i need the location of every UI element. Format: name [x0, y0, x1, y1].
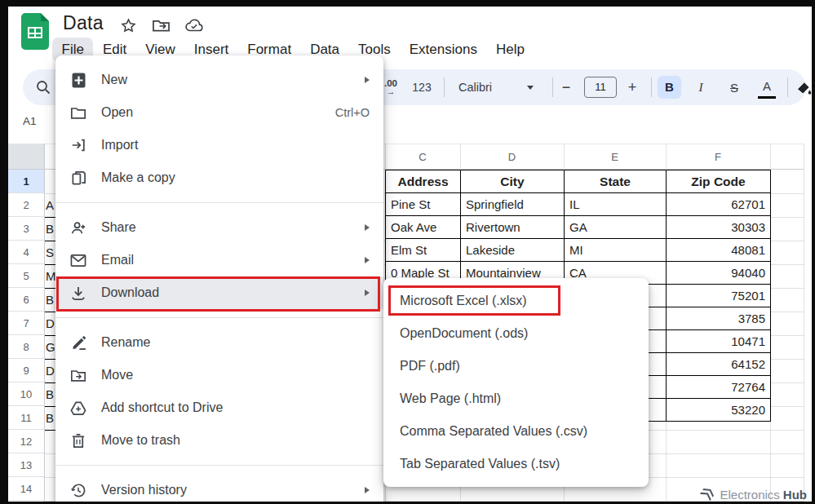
row-header-3[interactable]: 3 [8, 217, 44, 241]
pencil-icon [69, 334, 87, 351]
cell-zip[interactable]: 75201 [667, 285, 771, 307]
name-box[interactable]: A1 [23, 115, 37, 127]
table-header-cell[interactable]: Zip Code [667, 170, 771, 193]
cell-city[interactable]: Rivertown [461, 216, 565, 239]
font-size-input[interactable]: 11 [584, 77, 617, 98]
strikethrough-button[interactable]: S [725, 69, 743, 105]
download-highlight-box [56, 276, 380, 312]
cell-zip[interactable]: 64152 [667, 353, 771, 376]
download-item-web-page-html[interactable]: Web Page (.html) [383, 382, 649, 415]
row-header-5[interactable]: 5 [8, 264, 44, 288]
row-header-1[interactable]: 1 [8, 170, 44, 193]
cell-fragment: B [45, 382, 55, 406]
google-sheets-logo[interactable] [21, 13, 49, 50]
move-folder-icon[interactable] [152, 17, 171, 34]
select-all-corner[interactable] [8, 144, 45, 170]
file-menu-item-move[interactable]: Move [55, 359, 383, 391]
document-title[interactable]: Data [63, 12, 104, 34]
bold-button[interactable]: B [658, 76, 681, 99]
column-header-F[interactable]: F [666, 144, 770, 170]
row-header-14[interactable]: 14 [8, 477, 44, 501]
row-header-15[interactable]: 15 [8, 501, 44, 502]
cell-zip[interactable]: 62701 [667, 193, 771, 216]
cell-address[interactable]: Oak Ave [386, 216, 461, 239]
watermark-text: Electronics [720, 488, 779, 502]
file-menu-item-email[interactable]: Email [55, 244, 383, 276]
cell-state[interactable]: IL [565, 193, 667, 216]
table-header-cell[interactable]: Address [386, 170, 461, 193]
increase-font-size-button[interactable]: + [623, 69, 641, 105]
cell-city[interactable]: Lakeside [461, 239, 565, 262]
file-menu-item-import[interactable]: Import [55, 129, 383, 161]
menu-item-label: New [101, 73, 127, 87]
file-menu-item-new[interactable]: New [55, 64, 383, 96]
column-header-E[interactable]: E [564, 144, 666, 170]
decrease-font-size-button[interactable]: − [557, 69, 575, 105]
cell-zip[interactable]: 30303 [667, 216, 771, 239]
menu-item-label: PDF (.pdf) [400, 359, 460, 374]
row-header-13[interactable]: 13 [8, 453, 44, 477]
submenu-arrow-icon [365, 487, 370, 493]
cell-zip[interactable]: 10471 [667, 330, 771, 353]
row-header-8[interactable]: 8 [8, 335, 44, 359]
cell-fragment: D [45, 359, 55, 382]
cell-address[interactable]: Elm St [386, 239, 461, 262]
download-item-tab-separated-values-tsv[interactable]: Tab Separated Values (.tsv) [383, 448, 649, 480]
row-header-12[interactable]: 12 [8, 430, 44, 453]
menu-item-label: Rename [101, 335, 150, 350]
more-formats-button[interactable]: 123 [409, 69, 435, 105]
cell-zip[interactable]: 94040 [667, 262, 771, 285]
submenu-arrow-icon [365, 224, 370, 231]
row-header-10[interactable]: 10 [8, 382, 44, 406]
star-icon[interactable] [120, 17, 137, 34]
menu-extensions[interactable]: Extensions [400, 38, 486, 62]
cell-fragment: G [45, 335, 55, 359]
menu-item-label: Comma Separated Values (.csv) [400, 424, 587, 439]
menu-item-label: Share [101, 220, 136, 235]
cell-fragment: B [45, 406, 55, 430]
download-item-pdf-pdf[interactable]: PDF (.pdf) [383, 350, 649, 382]
italic-button[interactable]: I [692, 69, 710, 105]
row-header-6[interactable]: 6 [8, 288, 44, 312]
row-header-11[interactable]: 11 [8, 406, 44, 430]
cell-zip[interactable]: 3785 [667, 307, 771, 330]
table-header-cell[interactable]: State [565, 170, 667, 193]
cell-state[interactable]: GA [565, 216, 667, 239]
row-header-7[interactable]: 7 [8, 312, 44, 335]
column-header-D[interactable]: D [460, 144, 564, 170]
font-family-select[interactable]: Calibri [458, 69, 509, 105]
menu-help[interactable]: Help [486, 38, 534, 62]
cell-zip[interactable]: 72764 [667, 376, 771, 399]
folder-open-icon [69, 104, 87, 122]
text-color-button[interactable]: A [758, 76, 776, 99]
download-item-comma-separated-values-csv[interactable]: Comma Separated Values (.csv) [383, 415, 649, 448]
search-icon[interactable] [31, 69, 55, 105]
column-header-C[interactable]: C [385, 144, 460, 170]
file-menu-item-share[interactable]: Share [55, 211, 383, 244]
cell-zip[interactable]: 48081 [667, 239, 771, 262]
row-header-4[interactable]: 4 [8, 241, 44, 264]
file-menu-item-make-a-copy[interactable]: Make a copy [55, 161, 383, 194]
row-header-2[interactable]: 2 [8, 193, 44, 217]
excel-highlight-box [388, 285, 560, 316]
copy-icon [69, 169, 87, 187]
download-item-opendocument-ods[interactable]: OpenDocument (.ods) [383, 317, 649, 350]
file-menu-item-rename[interactable]: Rename [55, 326, 383, 359]
file-menu-item-version-history[interactable]: Version history [55, 474, 383, 502]
cell-state[interactable]: MI [565, 239, 667, 262]
cell-city[interactable]: Springfield [461, 193, 565, 216]
font-dropdown-icon[interactable] [525, 69, 536, 105]
table-header-cell[interactable]: City [461, 170, 565, 193]
file-menu-item-move-to-trash[interactable]: Move to trash [55, 424, 383, 457]
menu-item-label: Move to trash [101, 433, 180, 448]
row-header-9[interactable]: 9 [8, 359, 44, 382]
table-border [45, 430, 55, 431]
cell-fragment: D [45, 312, 55, 335]
cell-zip[interactable]: 53220 [667, 399, 771, 422]
file-menu-item-add-shortcut-to-drive[interactable]: Add shortcut to Drive [55, 391, 383, 424]
table-row: Pine StSpringfieldIL62701 [386, 193, 771, 216]
cell-address[interactable]: Pine St [386, 193, 461, 216]
gridline [804, 144, 804, 502]
file-menu-item-open[interactable]: OpenCtrl+O [55, 96, 383, 129]
fill-color-icon[interactable] [794, 69, 812, 105]
